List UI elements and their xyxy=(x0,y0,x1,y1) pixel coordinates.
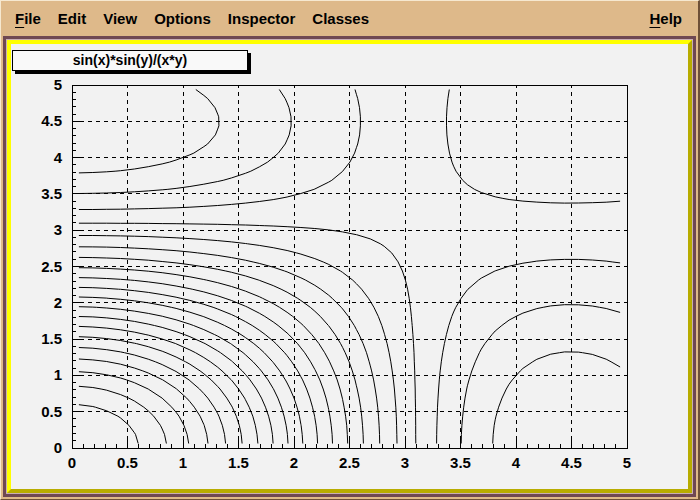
menu-item-help[interactable]: Help xyxy=(649,10,682,27)
x-tick-label: 5 xyxy=(623,454,631,471)
x-tick-label: 1.5 xyxy=(228,454,249,471)
x-tick-label: 0 xyxy=(68,454,76,471)
menu-bar: FileEditViewOptionsInspectorClassesHelp xyxy=(1,1,698,36)
y-tick-label: 1 xyxy=(54,366,62,383)
y-tick-label: 0.5 xyxy=(41,403,62,420)
menu-item-edit[interactable]: Edit xyxy=(58,10,86,27)
plot-title[interactable]: sin(x)*sin(y)/(x*y) xyxy=(12,50,248,71)
x-tick-label: 3 xyxy=(401,454,409,471)
x-tick-label: 4 xyxy=(512,454,521,471)
plot-canvas[interactable]: 00.511.522.533.544.5500.511.522.533.544.… xyxy=(11,44,688,489)
canvas-bevel: 00.511.522.533.544.5500.511.522.533.544.… xyxy=(6,39,693,494)
menu-item-file[interactable]: File xyxy=(15,10,41,27)
menu-item-view[interactable]: View xyxy=(103,10,137,27)
y-tick-label: 1.5 xyxy=(41,330,62,347)
y-tick-label: 3.5 xyxy=(41,185,62,202)
x-tick-label: 3.5 xyxy=(450,454,471,471)
x-tick-label: 1 xyxy=(179,454,187,471)
y-tick-label: 4.5 xyxy=(41,112,62,129)
canvas-highlight-border: 00.511.522.533.544.5500.511.522.533.544.… xyxy=(7,40,692,493)
x-tick-label: 0.5 xyxy=(117,454,138,471)
y-tick-label: 4 xyxy=(54,149,63,166)
y-tick-label: 2 xyxy=(54,294,62,311)
y-tick-label: 0 xyxy=(54,439,62,456)
y-tick-label: 3 xyxy=(54,221,62,238)
y-tick-label: 5 xyxy=(54,76,62,93)
y-tick-label: 2.5 xyxy=(41,258,62,275)
contour-plot[interactable]: 00.511.522.533.544.5500.511.522.533.544.… xyxy=(11,44,688,489)
x-tick-label: 4.5 xyxy=(561,454,582,471)
canvas-outer-frame: 00.511.522.533.544.5500.511.522.533.544.… xyxy=(3,36,696,497)
x-tick-label: 2 xyxy=(290,454,298,471)
x-tick-label: 2.5 xyxy=(339,454,360,471)
menu-item-inspector[interactable]: Inspector xyxy=(228,10,296,27)
root-canvas-window: FileEditViewOptionsInspectorClassesHelp … xyxy=(0,0,700,500)
menu-item-classes[interactable]: Classes xyxy=(312,10,369,27)
menu-item-options[interactable]: Options xyxy=(154,10,211,27)
